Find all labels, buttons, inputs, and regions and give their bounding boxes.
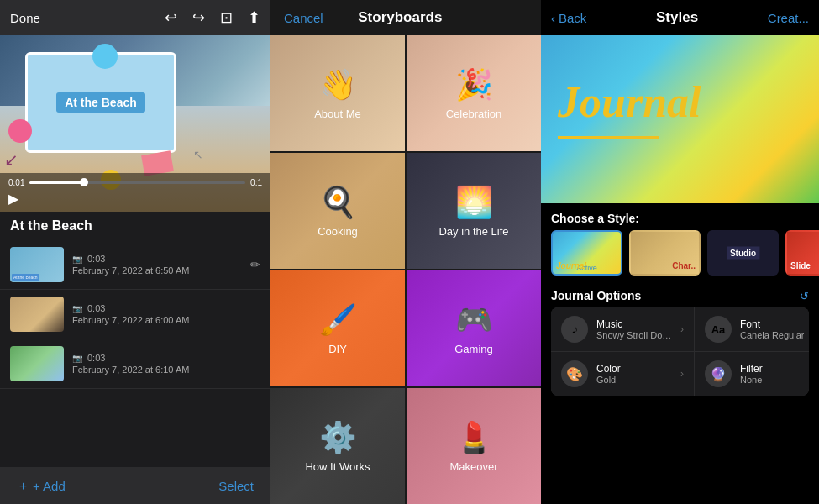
choose-style-label: Choose a Style: xyxy=(541,203,819,230)
options-grid: ♪ Music Snowy Stroll Dow... › Aa Font Ca… xyxy=(551,307,809,396)
reset-button[interactable]: ↺ xyxy=(800,290,809,302)
toolbar-icons: ↩ ↪ ⊡ ⬆ xyxy=(165,8,260,27)
font-icon-wrap: Aa xyxy=(705,316,732,343)
storyboards-title: Storyboards xyxy=(358,9,442,26)
share-icon[interactable]: ⬆ xyxy=(248,8,260,27)
font-icon: Aa xyxy=(711,323,726,336)
video-timeline: 0:01 0:1 xyxy=(8,178,262,187)
chevron-right-icon: › xyxy=(680,323,684,335)
clip-item[interactable]: 📷 0:03 February 7, 2022 at 6:50 AM ✏ xyxy=(0,240,270,290)
filter-icon: 🔮 xyxy=(710,366,727,382)
about-me-label: About Me xyxy=(314,108,361,120)
deco-arrow: ↙ xyxy=(4,150,18,170)
music-text: Music Snowy Stroll Dow... xyxy=(596,318,672,340)
filter-icon-wrap: 🔮 xyxy=(705,360,732,387)
top-bar: Done ↩ ↪ ⊡ ⬆ xyxy=(0,0,270,35)
deco-circle-blue xyxy=(92,44,118,69)
cancel-button[interactable]: Cancel xyxy=(284,11,323,25)
style-thumb-slide[interactable] xyxy=(785,230,819,276)
style-thumb-charta[interactable] xyxy=(629,230,701,276)
filter-text: Filter None xyxy=(740,363,804,385)
clip-info-1: 📷 0:03 February 7, 2022 at 6:50 AM xyxy=(72,254,242,276)
styles-title: Styles xyxy=(656,9,698,26)
color-icon-wrap: 🎨 xyxy=(561,360,588,387)
storyboard-item-celebration[interactable]: 🎉 Celebration xyxy=(407,35,541,151)
cooking-icon: 🍳 xyxy=(319,185,357,220)
storyboards-header: Cancel Storyboards xyxy=(270,0,541,35)
diy-icon: 🖌️ xyxy=(319,302,357,338)
add-button[interactable]: ＋ + Add xyxy=(17,478,66,494)
time-end: 0:1 xyxy=(250,178,262,187)
journal-options-label: Journal Options xyxy=(551,289,641,302)
clip-thumbnail-1 xyxy=(10,247,64,282)
diy-label: DIY xyxy=(328,343,347,355)
video-play-row: ▶ xyxy=(8,191,262,207)
storyboard-item-makeover[interactable]: 💄 Makeover xyxy=(407,388,541,504)
deco-circle-pink xyxy=(8,119,32,143)
color-text: Color Gold xyxy=(596,363,672,385)
storyboard-item-day-in-life[interactable]: 🌅 Day in the Life xyxy=(407,153,541,269)
select-button[interactable]: Select xyxy=(218,479,254,493)
clip-thumbnail-2 xyxy=(10,297,64,332)
font-label: Font xyxy=(740,318,804,330)
beach-title: At the Beach xyxy=(56,92,145,113)
gaming-label: Gaming xyxy=(454,343,493,355)
done-button[interactable]: Done xyxy=(10,11,40,25)
plus-icon: ＋ xyxy=(17,478,29,494)
journal-text: Journal xyxy=(558,77,701,127)
clip-list: 📷 0:03 February 7, 2022 at 6:50 AM ✏ 📷 0… xyxy=(0,240,270,467)
filter-label: Filter xyxy=(740,363,804,375)
style-thumbnails: Active xyxy=(541,230,819,282)
font-value: Canela Regular xyxy=(740,330,804,340)
option-color[interactable]: 🎨 Color Gold › xyxy=(551,352,694,396)
active-label: Active xyxy=(576,264,597,272)
gaming-icon: 🎮 xyxy=(455,302,493,338)
makeover-icon: 💄 xyxy=(455,420,493,455)
storyboard-item-diy[interactable]: 🖌️ DIY xyxy=(270,270,405,386)
clip-item[interactable]: 📷 0:03 February 7, 2022 at 6:10 AM xyxy=(0,339,270,389)
clip-edit-icon[interactable]: ✏ xyxy=(250,258,260,271)
color-label: Color xyxy=(596,363,672,375)
storyboards-panel: Cancel Storyboards 👋 About Me 🎉 Celebrat… xyxy=(270,0,541,504)
camera-icon: 📷 xyxy=(72,255,82,264)
camera-icon: 📷 xyxy=(72,304,82,313)
timeline-bar[interactable] xyxy=(29,181,245,184)
play-button[interactable]: ▶ xyxy=(8,191,18,207)
journal-options-header: Journal Options ↺ xyxy=(541,282,819,307)
redo-icon[interactable]: ↪ xyxy=(192,8,205,27)
music-icon: ♪ xyxy=(571,322,578,337)
create-button[interactable]: Creat... xyxy=(768,11,809,25)
time-start: 0:01 xyxy=(8,178,24,187)
storyboard-item-gaming[interactable]: 🎮 Gaming xyxy=(407,270,541,386)
left-panel: Done ↩ ↪ ⊡ ⬆ At the Beach ↙ ↖ 0:01 0: xyxy=(0,0,270,504)
clip-date-3: February 7, 2022 at 6:10 AM xyxy=(72,365,260,375)
storyboard-item-cooking[interactable]: 🍳 Cooking xyxy=(270,153,405,269)
storyboard-item-about-me[interactable]: 👋 About Me xyxy=(270,35,405,151)
day-in-life-label: Day in the Life xyxy=(438,225,508,238)
back-button[interactable]: ‹ Back xyxy=(551,11,586,25)
deco-cursor: ↖ xyxy=(193,148,203,161)
style-thumb-studio[interactable] xyxy=(707,230,779,276)
day-in-life-icon: 🌅 xyxy=(455,185,493,220)
music-label: Music xyxy=(596,318,672,330)
undo-icon[interactable]: ↩ xyxy=(165,8,177,27)
storyboard-item-how-it-works[interactable]: ⚙️ How It Works xyxy=(270,388,405,504)
style-thumb-journal[interactable]: Active xyxy=(551,230,622,276)
styles-panel: ‹ Back Styles Creat... Journal Choose a … xyxy=(541,0,819,504)
music-icon-wrap: ♪ xyxy=(561,316,588,343)
font-text: Font Canela Regular xyxy=(740,318,804,340)
how-it-works-icon: ⚙️ xyxy=(319,420,357,455)
color-value: Gold xyxy=(596,375,672,385)
video-preview: At the Beach ↙ ↖ 0:01 0:1 ▶ xyxy=(0,35,270,212)
journal-underline xyxy=(558,136,659,139)
how-it-works-label: How It Works xyxy=(305,460,370,473)
option-font[interactable]: Aa Font Canela Regular xyxy=(695,307,809,351)
chevron-left-icon: ‹ xyxy=(551,11,555,25)
option-filter[interactable]: 🔮 Filter None xyxy=(695,352,809,396)
clip-item[interactable]: 📷 0:03 February 7, 2022 at 6:00 AM xyxy=(0,290,270,339)
option-music[interactable]: ♪ Music Snowy Stroll Dow... › xyxy=(551,307,694,351)
journal-preview: Journal xyxy=(541,35,819,203)
celebration-label: Celebration xyxy=(446,108,502,120)
crop-icon[interactable]: ⊡ xyxy=(220,8,233,27)
clip-info-2: 📷 0:03 February 7, 2022 at 6:00 AM xyxy=(72,303,260,325)
